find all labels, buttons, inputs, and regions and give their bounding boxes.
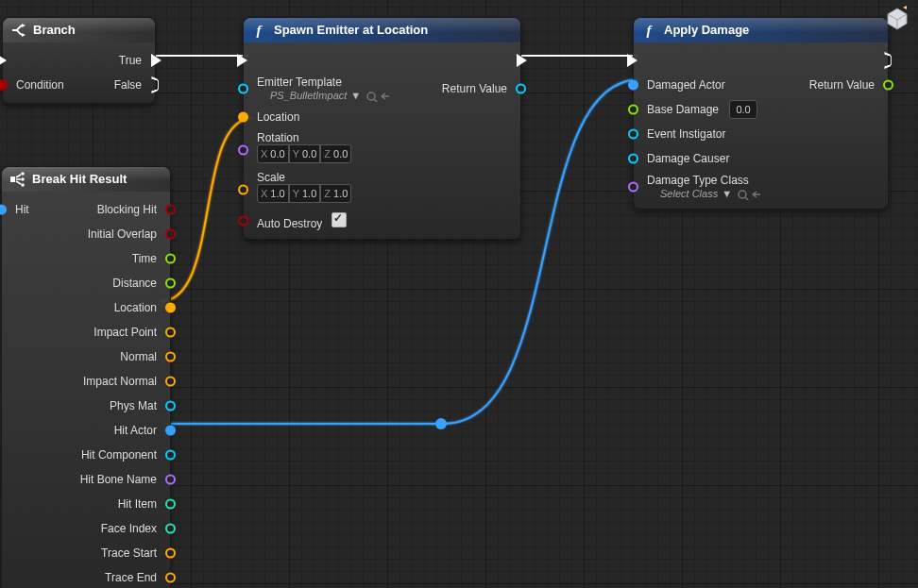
return-value-pin[interactable] [883,80,893,91]
node-title[interactable]: Branch [3,18,155,42]
damage-type-pin[interactable] [628,182,638,193]
node-title[interactable]: f Spawn Emitter at Location [244,18,520,42]
out-distance-label: Distance [112,277,157,290]
return-value-label: Return Value [809,78,875,92]
node-title-text: Spawn Emitter at Location [274,23,428,37]
chevron-down-icon: ▼ [350,90,361,101]
out-normal-pin[interactable] [165,352,176,362]
out-trace-end-label: Trace End [105,571,157,584]
out-hit-actor-pin[interactable] [165,426,176,436]
location-pin[interactable] [238,112,248,123]
auto-destroy-label: Auto Destroy [257,217,322,230]
out-time-label: Time [132,252,157,265]
svg-rect-0 [10,176,15,182]
out-hit-actor-label: Hit Actor [114,424,157,437]
condition-label: Condition [16,78,64,92]
condition-pin[interactable] [0,80,8,91]
node-title-text: Apply Damage [664,23,749,37]
reroute-node[interactable] [435,418,447,429]
out-impact-normal-label: Impact Normal [83,375,157,388]
out-blocking-hit-label: Blocking Hit [97,203,157,216]
exec-false-pin[interactable] [151,76,158,93]
out-phys-mat-pin[interactable] [165,401,176,412]
return-value-pin[interactable] [516,84,526,94]
branch-icon [9,22,26,39]
exec-in-pin[interactable] [627,54,638,67]
asset-nav-icons[interactable] [738,187,764,199]
out-phys-mat-label: Phys Mat [110,399,157,412]
blueprint-canvas[interactable]: Branch True Condition False Break Hit Re… [0,0,918,588]
scale-input[interactable]: X1.0 Y1.0 Z1.0 [257,184,351,203]
return-value-label: Return Value [442,82,507,95]
damage-causer-label: Damage Causer [647,152,729,165]
asset-nav-icons[interactable] [366,89,393,101]
node-apply-damage[interactable]: f Apply Damage Damaged Actor Return Valu… [633,17,889,210]
node-spawn-emitter[interactable]: f Spawn Emitter at Location Emitter Temp… [243,17,521,240]
hit-in-label: Hit [15,203,29,216]
out-location-label: Location [114,301,157,314]
damaged-actor-pin[interactable] [628,80,638,91]
out-initial-overlap-label: Initial Overlap [88,227,157,241]
out-hit-bone-name-label: Hit Bone Name [80,473,157,486]
svg-point-1 [21,172,25,176]
event-instigator-label: Event Instigator [647,127,725,141]
out-trace-end-pin[interactable] [165,573,176,583]
out-blocking-hit-pin[interactable] [165,205,176,215]
rotation-label: Rotation [257,131,299,144]
hit-in-pin[interactable] [0,205,7,215]
out-impact-point-label: Impact Point [94,326,157,339]
out-face-index-label: Face Index [101,522,157,535]
rotation-pin[interactable] [238,145,248,156]
svg-point-3 [21,183,25,187]
out-initial-overlap-pin[interactable] [165,229,176,240]
exec-out-pin[interactable] [517,54,527,67]
exec-in-pin[interactable] [0,54,7,67]
chevron-down-icon: ▼ [722,188,732,199]
damage-type-selector[interactable]: Select Class ▼ [660,187,764,199]
out-hit-bone-name-pin[interactable] [165,475,176,485]
out-hit-item-label: Hit Item [118,497,157,511]
node-branch[interactable]: Branch True Condition False [2,17,156,104]
out-hit-item-pin[interactable] [165,499,176,510]
exec-in-pin[interactable] [237,54,247,67]
damaged-actor-label: Damaged Actor [647,78,725,92]
out-normal-label: Normal [120,350,157,363]
out-trace-start-label: Trace Start [101,546,157,560]
out-impact-point-pin[interactable] [165,328,176,338]
emitter-template-label: Emitter Template [257,76,342,89]
node-title[interactable]: Break Hit Result [2,167,170,192]
node-title[interactable]: f Apply Damage [634,18,888,42]
out-trace-start-pin[interactable] [165,548,176,559]
node-title-text: Branch [33,23,76,37]
exec-out-pin[interactable] [884,52,891,69]
emitter-template-pin[interactable] [238,84,248,94]
out-impact-normal-pin[interactable] [165,377,176,387]
emitter-template-selector[interactable]: PS_BulletImpact ▼ [270,89,393,101]
out-distance-pin[interactable] [165,278,176,289]
damage-causer-pin[interactable] [628,154,638,164]
blueprint-class-icon[interactable] [884,5,910,31]
damage-type-label: Damage Type Class [647,174,749,187]
function-icon: f [250,22,267,39]
exec-true-label: True [119,54,142,67]
svg-point-4 [367,92,375,100]
rotation-input[interactable]: X0.0 Y0.0 Z0.0 [257,144,351,163]
location-label: Location [257,110,299,124]
svg-point-5 [739,191,746,198]
base-damage-pin[interactable] [628,105,638,115]
base-damage-label: Base Damage [647,103,719,116]
auto-destroy-checkbox[interactable] [332,212,347,227]
out-time-pin[interactable] [165,254,176,264]
out-location-pin[interactable] [165,303,176,313]
out-hit-component-pin[interactable] [165,450,176,461]
out-hit-component-label: Hit Component [81,448,157,462]
auto-destroy-pin[interactable] [238,216,248,227]
exec-true-pin[interactable] [151,54,162,67]
node-break-hit-result[interactable]: Break Hit Result Hit Blocking Hit Initia… [1,166,171,588]
event-instigator-pin[interactable] [628,129,638,140]
node-title-text: Break Hit Result [32,172,127,186]
base-damage-input[interactable]: 0.0 [729,100,756,119]
out-face-index-pin[interactable] [165,524,176,534]
scale-pin[interactable] [238,185,248,195]
break-struct-icon [8,171,26,188]
